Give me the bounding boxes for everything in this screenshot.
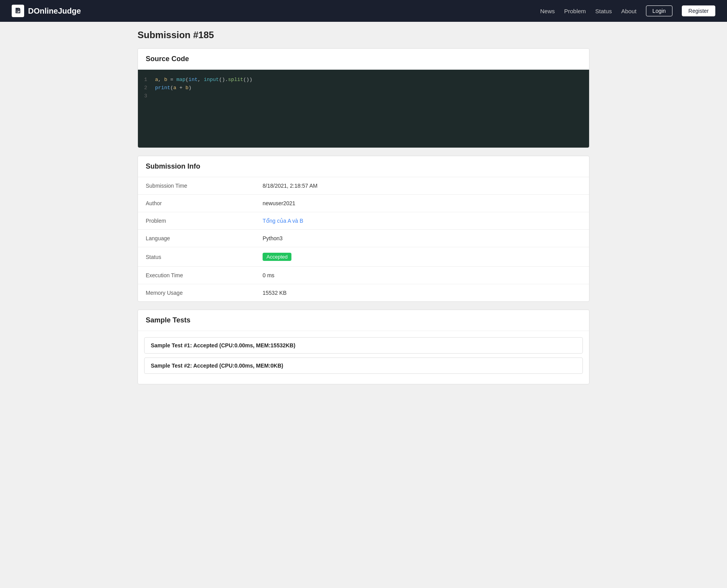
code-editor: 1 a, b = map(int, input().split()) 2 pri… — [138, 70, 589, 148]
code-text-2: print(a + b) — [155, 84, 192, 92]
submission-info-heading: Submission Info — [146, 162, 581, 171]
login-button[interactable]: Login — [646, 5, 672, 16]
table-row: Execution Time 0 ms — [138, 267, 589, 284]
value-problem: Tổng của A và B — [255, 212, 589, 230]
navbar: 🖹 DOnlineJudge News Problem Status About… — [0, 0, 727, 22]
source-code-heading: Source Code — [146, 55, 581, 63]
table-row: Status Accepted — [138, 247, 589, 267]
nav-link-news[interactable]: News — [540, 8, 555, 14]
sample-test-item-1: Sample Test #1: Accepted (CPU:0.00ms, ME… — [144, 337, 583, 354]
nav-link-status[interactable]: Status — [595, 8, 612, 14]
brand-title: DOnlineJudge — [28, 7, 81, 16]
label-execution-time: Execution Time — [138, 267, 255, 284]
sample-tests-body: Sample Test #1: Accepted (CPU:0.00ms, ME… — [138, 331, 589, 384]
brand-logo: 🖹 — [12, 5, 24, 17]
nav-link-problem[interactable]: Problem — [564, 8, 586, 14]
source-code-header: Source Code — [138, 49, 589, 70]
value-submission-time: 8/18/2021, 2:18:57 AM — [255, 177, 589, 195]
table-row: Language Python3 — [138, 230, 589, 247]
table-row: Author newuser2021 — [138, 195, 589, 212]
code-line-1: 1 a, b = map(int, input().split()) — [144, 76, 583, 84]
value-author: newuser2021 — [255, 195, 589, 212]
value-memory-usage: 15532 KB — [255, 284, 589, 302]
table-row: Memory Usage 15532 KB — [138, 284, 589, 302]
label-problem: Problem — [138, 212, 255, 230]
line-num-1: 1 — [144, 76, 149, 84]
source-code-card: Source Code 1 a, b = map(int, input().sp… — [138, 48, 589, 148]
label-submission-time: Submission Time — [138, 177, 255, 195]
sample-tests-card: Sample Tests Sample Test #1: Accepted (C… — [138, 310, 589, 384]
label-memory-usage: Memory Usage — [138, 284, 255, 302]
brand-link[interactable]: 🖹 DOnlineJudge — [12, 5, 81, 17]
page-content: Submission #185 Source Code 1 a, b = map… — [130, 22, 597, 400]
value-status: Accepted — [255, 247, 589, 267]
label-language: Language — [138, 230, 255, 247]
problem-link[interactable]: Tổng của A và B — [263, 218, 303, 224]
line-num-2: 2 — [144, 84, 149, 92]
line-num-3: 3 — [144, 92, 149, 100]
submission-info-header: Submission Info — [138, 156, 589, 177]
sample-tests-header: Sample Tests — [138, 310, 589, 331]
table-row: Problem Tổng của A và B — [138, 212, 589, 230]
page-title: Submission #185 — [138, 30, 589, 40]
value-execution-time: 0 ms — [255, 267, 589, 284]
status-badge: Accepted — [263, 253, 291, 261]
table-row: Submission Time 8/18/2021, 2:18:57 AM — [138, 177, 589, 195]
code-line-3: 3 — [144, 92, 583, 100]
submission-info-card: Submission Info Submission Time 8/18/202… — [138, 156, 589, 302]
code-line-2: 2 print(a + b) — [144, 84, 583, 92]
navbar-right: News Problem Status About Login Register — [540, 5, 715, 16]
sample-test-item-2: Sample Test #2: Accepted (CPU:0.00ms, ME… — [144, 357, 583, 374]
label-status: Status — [138, 247, 255, 267]
code-text-1: a, b = map(int, input().split()) — [155, 76, 252, 84]
sample-tests-heading: Sample Tests — [146, 316, 581, 324]
nav-link-about[interactable]: About — [621, 8, 636, 14]
label-author: Author — [138, 195, 255, 212]
register-button[interactable]: Register — [682, 5, 715, 16]
value-language: Python3 — [255, 230, 589, 247]
info-table: Submission Time 8/18/2021, 2:18:57 AM Au… — [138, 177, 589, 301]
